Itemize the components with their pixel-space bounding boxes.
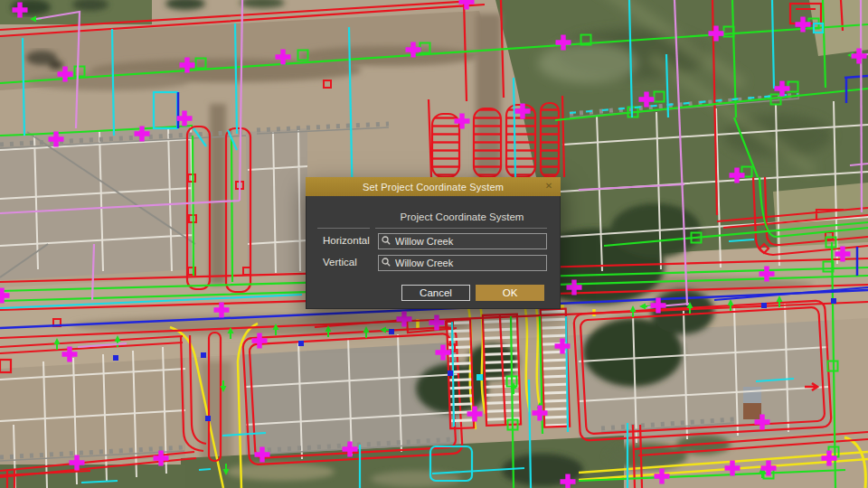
set-project-coordinate-system-dialog: Set Project Coordinate System ✕ Project … bbox=[306, 177, 561, 309]
ok-button[interactable]: OK bbox=[476, 285, 544, 301]
horizontal-label: Horizontal bbox=[323, 235, 370, 246]
vertical-input[interactable] bbox=[378, 255, 547, 271]
section-divider-right bbox=[375, 228, 547, 229]
section-divider-left bbox=[317, 228, 370, 229]
horizontal-input[interactable] bbox=[378, 233, 547, 249]
section-title: Project Coordinate System bbox=[378, 211, 546, 222]
vertical-label: Vertical bbox=[323, 257, 357, 267]
cancel-button[interactable]: Cancel bbox=[401, 285, 470, 301]
dialog-titlebar[interactable]: Set Project Coordinate System ✕ bbox=[306, 177, 561, 196]
close-icon[interactable]: ✕ bbox=[542, 180, 555, 192]
dialog-title: Set Project Coordinate System bbox=[363, 182, 504, 192]
vertical-field-wrap bbox=[378, 254, 547, 270]
application-window: Set Project Coordinate System ✕ Project … bbox=[0, 0, 868, 488]
horizontal-field-wrap bbox=[378, 232, 547, 249]
